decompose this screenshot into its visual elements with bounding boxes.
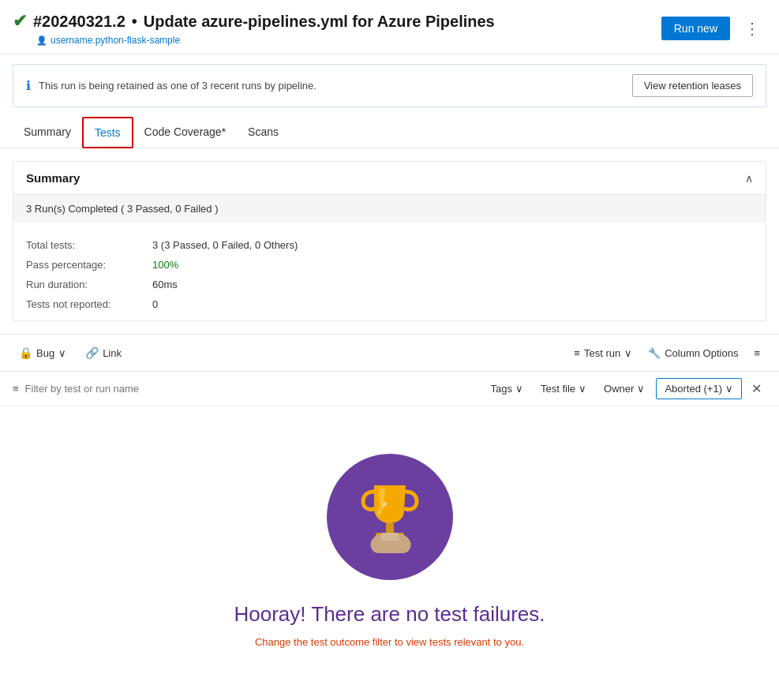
column-options-button[interactable]: 🔧 Column Options bbox=[642, 343, 744, 363]
total-tests-value: 3 (3 Passed, 0 Failed, 0 Others) bbox=[152, 239, 298, 251]
svg-text:★: ★ bbox=[380, 499, 389, 510]
toolbar-right-actions: ≡ Test run ∨ 🔧 Column Options ≡ bbox=[567, 343, 766, 363]
filter-bar: ≡ Tags ∨ Test file ∨ Owner ∨ Aborted (+1… bbox=[0, 372, 779, 406]
clear-filter-button[interactable]: ✕ bbox=[747, 380, 766, 398]
wrench-icon: 🔧 bbox=[648, 347, 661, 359]
aborted-chevron-icon: ∨ bbox=[725, 383, 733, 395]
run-duration-value: 60ms bbox=[152, 279, 178, 290]
filter-icon: ≡ bbox=[13, 383, 19, 395]
summary-collapse-toggle[interactable]: Summary ∧ bbox=[13, 162, 766, 194]
view-retention-leases-button[interactable]: View retention leases bbox=[632, 74, 753, 97]
filter-toggle-button[interactable]: ≡ bbox=[747, 343, 766, 363]
test-toolbar: 🔒 Bug ∨ 🔗 Link ≡ Test run ∨ 🔧 Column Opt… bbox=[0, 334, 779, 372]
stat-total-tests: Total tests: 3 (3 Passed, 0 Failed, 0 Ot… bbox=[26, 235, 753, 255]
pass-percentage-label: Pass percentage: bbox=[26, 259, 152, 271]
trophy-illustration: ★ bbox=[327, 454, 453, 580]
title-separator: • bbox=[132, 13, 137, 31]
tab-code-coverage[interactable]: Code Coverage* bbox=[133, 118, 238, 148]
test-run-button[interactable]: ≡ Test run ∨ bbox=[567, 343, 639, 363]
header-title: ✔ #20240321.2 • Update azure-pipelines.y… bbox=[13, 11, 495, 32]
not-reported-label: Tests not reported: bbox=[26, 298, 152, 310]
pass-percentage-value: 100% bbox=[152, 259, 178, 271]
empty-state-title: Hooray! There are no test failures. bbox=[234, 602, 545, 627]
pipeline-title: Update azure-pipelines.yml for Azure Pip… bbox=[144, 13, 495, 31]
list-icon: ≡ bbox=[574, 347, 580, 359]
not-reported-value: 0 bbox=[152, 298, 158, 310]
filter-lines-icon: ≡ bbox=[754, 347, 760, 359]
bug-chevron-icon: ∨ bbox=[58, 347, 66, 359]
test-run-chevron-icon: ∨ bbox=[624, 347, 632, 359]
filter-input[interactable] bbox=[25, 383, 478, 395]
bug-button[interactable]: 🔒 Bug ∨ bbox=[13, 343, 73, 363]
summary-stats: Total tests: 3 (3 Passed, 0 Failed, 0 Ot… bbox=[13, 223, 766, 320]
stat-pass-percentage: Pass percentage: 100% bbox=[26, 255, 753, 275]
link-button[interactable]: 🔗 Link bbox=[79, 343, 128, 363]
header-left: ✔ #20240321.2 • Update azure-pipelines.y… bbox=[13, 11, 495, 46]
more-options-button[interactable]: ⋮ bbox=[738, 16, 766, 41]
total-tests-label: Total tests: bbox=[26, 239, 152, 251]
toolbar-left-actions: 🔒 Bug ∨ 🔗 Link bbox=[13, 343, 128, 363]
empty-state: ★ Hooray! There are no test failures. Ch… bbox=[0, 406, 779, 679]
user-icon: 👤 bbox=[36, 36, 47, 46]
summary-run-info: 3 Run(s) Completed ( 3 Passed, 0 Failed … bbox=[13, 194, 766, 223]
tab-scans[interactable]: Scans bbox=[237, 118, 290, 148]
pipeline-subtitle[interactable]: 👤 username.python-flask-sample bbox=[36, 35, 495, 46]
summary-section: Summary ∧ 3 Run(s) Completed ( 3 Passed,… bbox=[13, 161, 766, 321]
pipeline-id: #20240321.2 bbox=[33, 13, 125, 31]
owner-filter[interactable]: Owner ∨ bbox=[597, 380, 651, 398]
check-icon: ✔ bbox=[13, 11, 27, 32]
lock-icon: 🔒 bbox=[19, 346, 32, 359]
info-icon: ℹ bbox=[26, 78, 31, 93]
header-actions: Run new ⋮ bbox=[661, 16, 766, 41]
tab-summary[interactable]: Summary bbox=[13, 118, 82, 148]
tab-tests[interactable]: Tests bbox=[82, 117, 133, 148]
chevron-up-icon: ∧ bbox=[745, 172, 753, 185]
summary-title: Summary bbox=[26, 171, 80, 185]
tags-chevron-icon: ∨ bbox=[515, 383, 523, 395]
filter-chips: Tags ∨ Test file ∨ Owner ∨ Aborted (+1) … bbox=[485, 378, 766, 399]
test-file-filter[interactable]: Test file ∨ bbox=[534, 380, 593, 398]
aborted-filter-chip[interactable]: Aborted (+1) ∨ bbox=[656, 378, 742, 399]
tabs-bar: Summary Tests Code Coverage* Scans bbox=[0, 117, 779, 148]
stat-run-duration: Run duration: 60ms bbox=[26, 275, 753, 294]
stat-not-reported: Tests not reported: 0 bbox=[26, 294, 753, 314]
empty-state-subtitle: Change the test outcome filter to view t… bbox=[255, 636, 524, 648]
owner-chevron-icon: ∨ bbox=[637, 383, 645, 395]
run-new-button[interactable]: Run new bbox=[661, 17, 730, 40]
trophy-svg: ★ bbox=[346, 474, 433, 560]
tags-filter[interactable]: Tags ∨ bbox=[485, 380, 530, 398]
link-icon: 🔗 bbox=[85, 346, 99, 359]
retention-banner: ℹ This run is being retained as one of 3… bbox=[13, 64, 766, 107]
run-duration-label: Run duration: bbox=[26, 279, 152, 290]
test-file-chevron-icon: ∨ bbox=[579, 383, 586, 395]
page-header: ✔ #20240321.2 • Update azure-pipelines.y… bbox=[0, 0, 779, 54]
svg-rect-0 bbox=[386, 523, 394, 533]
retention-message: ℹ This run is being retained as one of 3… bbox=[26, 78, 316, 93]
